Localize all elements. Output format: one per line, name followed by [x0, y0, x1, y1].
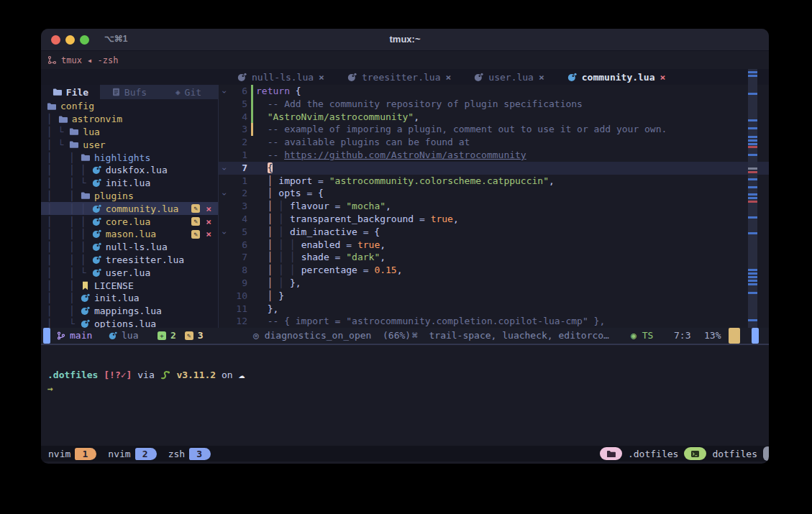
git-sign [247, 123, 256, 136]
tmux-edge-pill [763, 446, 769, 461]
tmux-cwd-label: .dotfiles [628, 449, 678, 459]
tab-label: community.lua [582, 72, 655, 83]
tree-item-LICENSE[interactable]: │ │ LICENSE [41, 279, 218, 292]
tree-item-null-ls.lua[interactable]: │ │ │ null-ls.lua [41, 241, 218, 254]
tree-item-plugins[interactable]: │ │ plugins [41, 190, 218, 203]
code-line[interactable]: 1 -- https://github.com/AstroNvim/astroc… [219, 149, 769, 162]
indent-guides: │ │ [47, 280, 81, 291]
code-line[interactable]: 10 │ } [219, 290, 769, 303]
tree-item-options.lua[interactable]: │ └ options.lua [41, 318, 218, 328]
code-text: │ │ │ percentage = 0.15, [256, 264, 403, 277]
tree-item-init.lua[interactable]: │ │ └ init.lua [41, 177, 218, 190]
tree-item-community.lua[interactable]: │ │ │ community.lua✎× [41, 202, 218, 215]
code-line[interactable]: 4 "AstroNvim/astrocommunity", [219, 111, 769, 124]
tmux-status-bar: nvim1nvim2zsh3 .dotfiles dotfiles [41, 446, 769, 462]
code-line[interactable]: 7 │ │ │ shade = "dark", [219, 251, 769, 264]
fold-chevron-icon[interactable]: › [219, 85, 229, 98]
lua-icon [109, 331, 117, 340]
fold-chevron-icon [219, 239, 229, 252]
close-tab-icon[interactable]: × [539, 72, 544, 83]
tree-item-astronvim[interactable]: │ astronvim [41, 113, 218, 126]
neotree-tab-git[interactable]: ◈Git [159, 85, 218, 99]
scrollbar-mark [748, 232, 757, 234]
code-line[interactable]: 8 │ │ │ percentage = 0.15, [219, 264, 769, 277]
code-line[interactable]: 11 }, [219, 303, 769, 316]
close-tab-icon[interactable]: × [660, 72, 666, 83]
code-line[interactable]: 6 │ │ │ enabled = true, [219, 239, 769, 252]
neotree-tab-file[interactable]: File [41, 85, 100, 99]
tmux-session-tab[interactable]: tmux ◂ -zsh [61, 55, 118, 65]
tmux-window-2[interactable]: nvim2 [108, 448, 156, 460]
file-badges: ✎× [191, 229, 211, 239]
code-line[interactable]: ›7 { [219, 162, 769, 175]
fold-chevron-icon[interactable]: › [219, 226, 229, 239]
statusline-right-block [752, 328, 759, 344]
code-line[interactable]: 5 -- Add the community repository of plu… [219, 98, 769, 111]
filetype-segment: lua [109, 328, 138, 344]
branch-icon [57, 331, 65, 340]
code-line[interactable]: 3 -- example of imporing a plugin, comme… [219, 123, 769, 136]
tree-item-duskfox.lua[interactable]: │ │ │ duskfox.lua [41, 164, 218, 177]
indent-guides: │ │ │ [47, 203, 92, 214]
code-line[interactable]: 9 │ │ }, [219, 277, 769, 290]
scrollbar-mark [748, 71, 757, 73]
close-tab-icon[interactable]: × [446, 72, 452, 83]
branch-name: main [70, 328, 92, 344]
unsaved-close-icon[interactable]: × [206, 203, 211, 214]
tree-item-core.lua[interactable]: │ │ │ core.lua✎× [41, 215, 218, 228]
tree-item-highlights[interactable]: │ │ highlights [41, 151, 218, 164]
terminal-icon [690, 450, 700, 458]
scrollbar-mark [748, 201, 757, 203]
editor-scrollbar[interactable] [748, 69, 757, 328]
editor-tab-community.lua[interactable]: community.lua× [557, 69, 677, 85]
tree-item-treesitter.lua[interactable]: │ │ │ treesitter.lua [41, 254, 218, 267]
code-line[interactable]: ›2 │ opts = { [219, 187, 769, 200]
file-name: treesitter.lua [106, 254, 185, 265]
code-line[interactable]: 3 │ │ flavour = "mocha", [219, 200, 769, 213]
close-tab-icon[interactable]: × [319, 72, 324, 83]
line-number: 3 [229, 123, 247, 136]
code-line[interactable]: 4 │ │ transparent_background = true, [219, 213, 769, 226]
editor-tab-user.lua[interactable]: user.lua× [463, 69, 555, 85]
tree-item-mappings.lua[interactable]: │ │ mappings.lua [41, 305, 218, 318]
file-badges: ✎× [191, 203, 211, 214]
statusline: main lua + 2 ✎ 3 ◎ diagnostics_on_ [41, 328, 769, 344]
code-line[interactable]: ›6return { [219, 85, 769, 98]
editor-tab-null-ls.lua[interactable]: null-ls.lua× [227, 69, 335, 85]
tree-item-user[interactable]: │ └ user [41, 138, 218, 151]
file-name: highlights [94, 152, 150, 163]
tmux-window-3[interactable]: zsh3 [168, 448, 211, 460]
neotree-tab-bufs[interactable]: Bufs [100, 85, 159, 99]
tree-item-config[interactable]: config [41, 100, 218, 113]
tmux-window-list: nvim1nvim2zsh3 [48, 448, 222, 460]
prompt-segment-fg: via [132, 370, 160, 380]
code-line[interactable]: ›5 │ │ dim_inactive = { [219, 226, 769, 239]
fold-chevron-icon [219, 111, 229, 124]
fold-chevron-icon [219, 136, 229, 149]
tree-item-user.lua[interactable]: │ │ └ user.lua [41, 266, 218, 279]
scrollbar-mark [748, 75, 757, 77]
unsaved-close-icon[interactable]: × [206, 229, 211, 239]
tmux-window-1[interactable]: nvim1 [48, 448, 96, 460]
code-editor[interactable]: ›6return {5 -- Add the community reposit… [219, 85, 769, 328]
nvim-pane: null-ls.lua×treesitter.lua×user.lua×comm… [41, 69, 769, 344]
code-line[interactable]: 2 -- available plugins can be found at [219, 136, 769, 149]
git-sign [247, 226, 256, 239]
code-line[interactable]: 12 -- { import = "astrocommunity.complet… [219, 315, 769, 328]
folder-icon [81, 191, 90, 200]
editor-tab-treesitter.lua[interactable]: treesitter.lua× [337, 69, 462, 85]
line-number: 2 [229, 187, 247, 200]
tree-item-init.lua[interactable]: │ │ init.lua [41, 292, 218, 305]
line-number: 7 [229, 251, 247, 264]
fold-chevron-icon[interactable]: › [219, 162, 229, 175]
code-text: │ │ flavour = "mocha", [256, 200, 391, 213]
tree-item-lua[interactable]: │ └ lua [41, 126, 218, 139]
treesitter-label: TS [642, 330, 654, 341]
tree-item-mason.lua[interactable]: │ │ │ mason.lua✎× [41, 228, 218, 241]
fold-chevron-icon[interactable]: › [219, 187, 229, 200]
git-sign [247, 136, 256, 149]
unsaved-close-icon[interactable]: × [206, 216, 211, 227]
git-diff-stats: + 2 ✎ 3 [158, 328, 204, 344]
file-name: user [83, 139, 105, 150]
code-line[interactable]: 1 │ import = "astrocommunity.colorscheme… [219, 175, 769, 188]
